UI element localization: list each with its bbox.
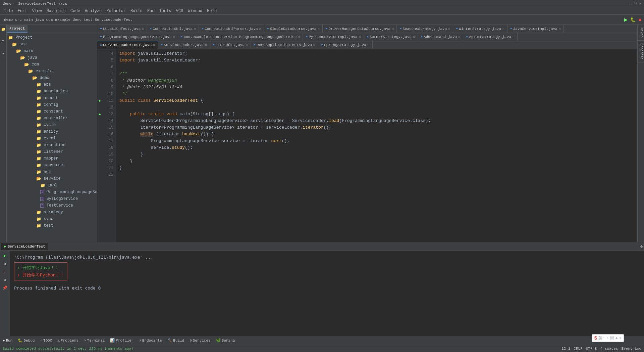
tree-item-com[interactable]: 📂 com	[7, 61, 97, 68]
editor-tab[interactable]: ●ConnectionUrlParser.java✕	[199, 25, 264, 33]
menu-item-file[interactable]: File	[1, 8, 15, 14]
bottom-tab-terminal[interactable]: > Terminal	[83, 338, 106, 343]
bottom-tab-spring[interactable]: 🌿 Spring	[215, 338, 236, 343]
database-tab[interactable]: Database	[638, 41, 644, 62]
tree-item-project[interactable]: 📁 Project	[7, 34, 97, 41]
ime-up[interactable]: ↑	[606, 336, 608, 341]
tree-item-constant[interactable]: 📁 constant	[7, 108, 97, 115]
tree-item-annotation[interactable]: 📁 annotation	[7, 88, 97, 95]
bottom-tab-endpoints[interactable]: ⚡ Endpoints	[138, 338, 163, 343]
menu-item-refactor[interactable]: Refactor	[104, 8, 128, 14]
editor-tab[interactable]: ●ProgrammingLanguageService.java✕	[97, 33, 178, 41]
minimize-button[interactable]: ─	[629, 1, 632, 6]
editor-tab[interactable]: ●ConnectionUrl.java✕	[147, 25, 199, 33]
ime-lang[interactable]: 英·	[598, 335, 605, 341]
project-tab[interactable]: Project	[7, 25, 28, 33]
menu-item-navigate[interactable]: Navigate	[44, 8, 68, 14]
tree-item-cycle[interactable]: 📁 cycle	[7, 122, 97, 128]
debug-button[interactable]: 🐛	[630, 16, 637, 23]
ime-s[interactable]: S	[594, 336, 597, 341]
editor-tab[interactable]: ●ServiceLoaderTest.java✕	[97, 41, 158, 49]
editor-tab[interactable]: ●DemoApplicationTests.java✕	[251, 41, 318, 49]
tree-item-mapper[interactable]: 📁 mapper	[7, 155, 97, 162]
run-settings-icon[interactable]: ⚙	[640, 244, 643, 249]
bottom-tab-problems[interactable]: ⚠ Problems	[56, 338, 79, 343]
favorites-icon[interactable]: ★	[2, 51, 4, 55]
tree-item-test[interactable]: 📁 test	[7, 222, 97, 229]
tree-item-main[interactable]: 📂 main	[7, 48, 97, 54]
menu-item-help[interactable]: Help	[205, 8, 219, 14]
tree-item-controller[interactable]: 📁 controller	[7, 115, 97, 122]
editor-tab[interactable]: ●Iterable.java✕	[210, 41, 251, 49]
menu-item-analyze[interactable]: Analyze	[83, 8, 104, 14]
tree-item-excel[interactable]: 📁 excel	[7, 135, 97, 142]
editor-tab[interactable]: ●SpringStrategy.java✕	[318, 41, 372, 49]
bottom-tab-debug[interactable]: 🐛 Debug	[16, 338, 36, 343]
run-rerun-button[interactable]: ↺	[2, 260, 8, 267]
run-play-button[interactable]: ▶	[2, 252, 8, 259]
ime-star[interactable]: ✶	[619, 336, 622, 341]
run-pin-button[interactable]: 📌	[2, 284, 8, 291]
tree-item-testservice[interactable]: I TestService	[7, 202, 97, 209]
bottom-tab-run[interactable]: ▶ Run	[1, 338, 14, 343]
editor-tab[interactable]: ●SummerStrategy.java✕	[364, 33, 418, 41]
menu-item-run[interactable]: Run	[145, 8, 157, 14]
tree-item-mapstruct[interactable]: 📁 mapstruct	[7, 162, 97, 169]
editor-tab[interactable]: ●SeasonsStrategy.java✕	[397, 25, 453, 33]
tree-item-demo[interactable]: 📂 demo	[7, 75, 97, 81]
editor-tab[interactable]: ●WinterStrategy.java✕	[453, 25, 507, 33]
tree-item-exception[interactable]: 📁 exception	[7, 142, 97, 148]
tree-item-abs[interactable]: 📁 abs	[7, 81, 97, 88]
maven-tab[interactable]: Maven	[638, 25, 644, 41]
editor-tab[interactable]: ●AutumnStrategy.java✕	[463, 33, 517, 41]
bottom-tab-build[interactable]: 🔨 Build	[166, 338, 185, 343]
editor-tab[interactable]: ●AddCommand.java✕	[418, 33, 463, 41]
event-log[interactable]: Event Log	[622, 347, 641, 351]
tree-item-syslogservice[interactable]: I SysLogService	[7, 195, 97, 202]
menu-item-window[interactable]: Window	[186, 8, 204, 14]
run-stop-button[interactable]: ↓	[2, 268, 8, 275]
editor-tab[interactable]: ●DriverManagerDataSource.java✕	[323, 25, 397, 33]
menu-item-code[interactable]: Code	[68, 8, 82, 14]
run-panel-tab[interactable]: ▶ServiceLoaderTest	[1, 243, 48, 250]
tree-item-config[interactable]: 📁 config	[7, 101, 97, 108]
code-content[interactable]: import java.util.Iterator;import java.ut…	[116, 49, 637, 242]
editor-tab[interactable]: ●JavaServiceImpl.java✕	[507, 25, 564, 33]
editor-tab[interactable]: ●PythonServiceImpl.java✕	[303, 33, 364, 41]
project-icon[interactable]: 📁	[1, 27, 6, 32]
stop-button[interactable]: ■	[638, 16, 642, 23]
close-button[interactable]: ✕	[639, 1, 641, 6]
editor-tab[interactable]: ●com.example.demo.service.ProgrammingLan…	[178, 33, 303, 41]
run-button[interactable]: ▶	[624, 16, 628, 23]
tree-item-aspect[interactable]: 📁 aspect	[7, 95, 97, 101]
bottom-tab-services[interactable]: ⚙ Services	[188, 338, 212, 343]
menu-item-edit[interactable]: Edit	[16, 8, 30, 14]
tree-item-java[interactable]: 📂 java	[7, 54, 97, 61]
tree-item-impl[interactable]: 📁 impl	[7, 182, 97, 189]
tree-item-entity[interactable]: 📁 entity	[7, 128, 97, 135]
bottom-tab-profiler[interactable]: 📊 Profiler	[109, 338, 135, 343]
ime-kb[interactable]: 回	[610, 335, 614, 341]
menu-item-tools[interactable]: Tools	[157, 8, 173, 14]
menu-item-vcs[interactable]: VCS	[174, 8, 185, 14]
tree-item-noi[interactable]: 📁 noi	[7, 169, 97, 175]
tree-item-listener[interactable]: 📁 listener	[7, 148, 97, 155]
maximize-button[interactable]: □	[634, 1, 637, 6]
menu-item-view[interactable]: View	[30, 8, 44, 14]
bottom-tab-todo[interactable]: ✓ TODO	[39, 338, 53, 343]
menu-item-build[interactable]: Build	[128, 8, 145, 14]
tree-item-src[interactable]: 📂 src	[7, 41, 97, 48]
project-tree[interactable]: 📁 Project📂 src📂 main📂 java📂 com📂 example…	[7, 33, 97, 242]
tree-item-service[interactable]: 📂 service	[7, 175, 97, 182]
tree-item-programminglanguageservice[interactable]: I ProgrammingLanguageService	[7, 189, 97, 195]
structure-icon[interactable]: ≡	[2, 39, 4, 43]
ime-up2[interactable]: ▲	[615, 336, 618, 341]
run-settings-button[interactable]: ⚙	[2, 276, 8, 283]
editor-tab[interactable]: ●ServiceLoader.java✕	[158, 41, 210, 49]
code-editor[interactable]: ▶▶ 45678910111213141516171819202122 impo…	[97, 49, 637, 242]
editor-tab[interactable]: ●SimpleDataSource.java✕	[264, 25, 323, 33]
tree-item-example[interactable]: 📂 example	[7, 68, 97, 75]
tree-item-strategy[interactable]: 📁 strategy	[7, 209, 97, 216]
tree-item-sync[interactable]: 📁 sync	[7, 216, 97, 222]
editor-tab[interactable]: ●LocationTest.java✕	[97, 25, 147, 33]
